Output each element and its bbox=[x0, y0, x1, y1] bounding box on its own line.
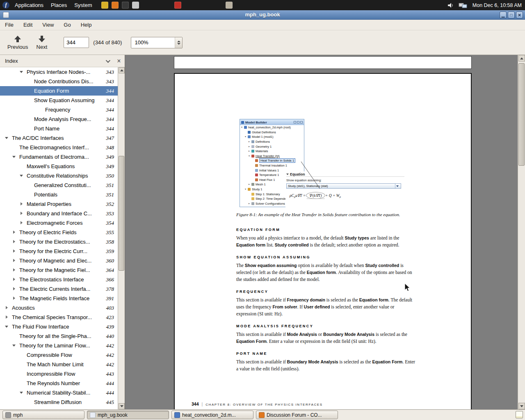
taskbar-button[interactable]: mph_ug.book bbox=[87, 411, 169, 419]
taskbar-button[interactable]: heat_convection_2d.m... bbox=[171, 411, 253, 419]
expander-collapsed-icon[interactable] bbox=[11, 249, 17, 254]
index-item[interactable]: Theory for all the Single-Pha...440 bbox=[0, 331, 118, 341]
index-item[interactable]: Numerical Stability-Stabil...444 bbox=[0, 388, 118, 397]
index-item[interactable]: The Chemical Species Transpor...423 bbox=[0, 313, 118, 322]
network-icon[interactable] bbox=[459, 2, 468, 9]
menu-help[interactable]: Help bbox=[76, 20, 97, 30]
index-item[interactable]: The Electric Currents Interfa...378 bbox=[0, 284, 118, 294]
expander-collapsed-icon[interactable] bbox=[11, 267, 17, 273]
menu-go[interactable]: Go bbox=[59, 20, 75, 30]
index-item[interactable]: Port Name344 bbox=[0, 124, 118, 133]
firefox-icon[interactable] bbox=[112, 2, 119, 9]
media-player-icon[interactable] bbox=[174, 2, 181, 9]
index-item[interactable]: Boundary and Interface C...353 bbox=[0, 209, 118, 218]
taskbar-button[interactable]: Discussion Forum - CO... bbox=[256, 411, 338, 419]
expander-expanded-icon[interactable] bbox=[19, 173, 24, 178]
index-item[interactable]: Acoustics403 bbox=[0, 303, 118, 313]
main-scrollbar-thumb[interactable] bbox=[518, 63, 525, 166]
expander-expanded-icon[interactable] bbox=[4, 324, 9, 329]
index-item[interactable]: Theory for the Magnetic Fiel...364 bbox=[0, 265, 118, 275]
clock[interactable]: Mon Dec 6, 10:58 AM bbox=[472, 2, 522, 8]
sidebar-scrollbar-thumb[interactable] bbox=[119, 156, 124, 271]
expander-expanded-icon[interactable] bbox=[11, 154, 17, 160]
keys-icon[interactable] bbox=[101, 2, 108, 9]
index-item[interactable]: Generalized Constituti...351 bbox=[0, 180, 118, 190]
sidebar-view-selector[interactable]: Index bbox=[0, 55, 113, 67]
panel-menu-system[interactable]: System bbox=[71, 0, 96, 10]
terminal-icon[interactable] bbox=[122, 2, 129, 9]
zoom-spinner-icon[interactable] bbox=[175, 37, 182, 48]
volume-icon[interactable] bbox=[447, 2, 454, 9]
index-item[interactable]: Electromagnetic Forces354 bbox=[0, 218, 118, 228]
index-item[interactable]: Incompressible Flow443 bbox=[0, 369, 118, 379]
expander-expanded-icon[interactable] bbox=[19, 69, 24, 75]
fedora-logo-icon[interactable] bbox=[2, 2, 9, 9]
index-item[interactable]: Node Contributions Dis...343 bbox=[0, 77, 118, 86]
expander-collapsed-icon[interactable] bbox=[19, 211, 24, 216]
expander-collapsed-icon[interactable] bbox=[19, 201, 24, 207]
index-item[interactable]: Physics Interface Nodes-...343 bbox=[0, 67, 118, 77]
next-page-button[interactable]: Next bbox=[32, 33, 52, 52]
index-item[interactable]: Compressible Flow442 bbox=[0, 350, 118, 360]
close-button[interactable] bbox=[516, 11, 523, 18]
expander-collapsed-icon[interactable] bbox=[19, 220, 24, 226]
sidebar-close-button[interactable] bbox=[113, 55, 125, 67]
index-item[interactable]: The AC/DC Interfaces347 bbox=[0, 133, 118, 143]
previous-page-button[interactable]: Previous bbox=[3, 33, 32, 52]
menu-view[interactable]: View bbox=[37, 20, 59, 30]
expander-expanded-icon[interactable] bbox=[11, 343, 17, 348]
index-item[interactable]: Fundamentals of Electroma...349 bbox=[0, 152, 118, 162]
footer-page-number: 344 bbox=[192, 402, 199, 406]
index-item[interactable]: Frequency344 bbox=[0, 105, 118, 114]
minimize-button[interactable] bbox=[500, 11, 507, 18]
menu-file[interactable]: File bbox=[0, 20, 18, 30]
window-titlebar[interactable]: mph_ug.book bbox=[0, 10, 525, 20]
index-item[interactable]: Potentials351 bbox=[0, 190, 118, 199]
index-item[interactable]: The Electromagnetics Interf...348 bbox=[0, 143, 118, 152]
scroll-down-icon[interactable] bbox=[119, 403, 125, 409]
index-item[interactable]: Theory for the Electrostatics...358 bbox=[0, 237, 118, 247]
index-item[interactable]: Mode Analysis Freque...344 bbox=[0, 114, 118, 124]
tree-item-label: Mesh 1 bbox=[256, 183, 266, 186]
expander-collapsed-icon[interactable] bbox=[4, 305, 9, 310]
index-item[interactable]: Equation Form344 bbox=[0, 86, 118, 96]
expander-collapsed-icon[interactable] bbox=[11, 230, 17, 235]
expander-expanded-icon[interactable] bbox=[19, 390, 24, 395]
index-item[interactable]: Theory for the Laminar Flow...442 bbox=[0, 341, 118, 350]
expander-collapsed-icon[interactable] bbox=[11, 296, 17, 301]
index-item[interactable]: Constitutive Relationships350 bbox=[0, 171, 118, 180]
page-number-input[interactable] bbox=[64, 37, 89, 48]
index-item[interactable]: Maxwell's Equations349 bbox=[0, 162, 118, 171]
index-item[interactable]: The Fluid Flow Interface439 bbox=[0, 322, 118, 331]
expander-collapsed-icon[interactable] bbox=[11, 277, 17, 282]
panel-menu-applications[interactable]: Applications bbox=[11, 0, 47, 10]
clock-applet-icon[interactable] bbox=[132, 2, 139, 9]
index-item[interactable]: The Magnetic Fields Interface391 bbox=[0, 294, 118, 303]
zoom-combobox[interactable]: 100% bbox=[131, 37, 183, 48]
index-item[interactable]: Theory of Magnetic and Elec...360 bbox=[0, 256, 118, 265]
menu-edit[interactable]: Edit bbox=[18, 20, 37, 30]
scroll-down-icon[interactable] bbox=[518, 403, 525, 409]
main-scrollbar[interactable] bbox=[518, 55, 525, 409]
expander-collapsed-icon[interactable] bbox=[11, 286, 17, 292]
maximize-button[interactable] bbox=[508, 11, 515, 18]
notes-tray-icon[interactable] bbox=[516, 411, 523, 418]
index-item[interactable]: Streamline Diffusion445 bbox=[0, 397, 118, 407]
index-item[interactable]: Theory for the Electric Curr...359 bbox=[0, 247, 118, 256]
index-item[interactable]: Theory of Electric Fields355 bbox=[0, 228, 118, 237]
scroll-up-icon[interactable] bbox=[119, 67, 125, 73]
index-item[interactable]: Show Equation Assuming344 bbox=[0, 96, 118, 105]
expander-collapsed-icon[interactable] bbox=[4, 315, 9, 320]
expander-collapsed-icon[interactable] bbox=[11, 258, 17, 263]
expander-expanded-icon[interactable] bbox=[4, 135, 9, 141]
index-item[interactable]: The Reynolds Number444 bbox=[0, 379, 118, 388]
expander-collapsed-icon[interactable] bbox=[11, 239, 17, 244]
taskbar-button[interactable]: mph bbox=[2, 411, 84, 419]
sidebar-scrollbar[interactable] bbox=[118, 67, 125, 409]
beverage-icon[interactable] bbox=[226, 2, 233, 9]
index-item[interactable]: The Mach Number Limit442 bbox=[0, 360, 118, 369]
index-item[interactable]: Material Properties352 bbox=[0, 199, 118, 209]
scroll-up-icon[interactable] bbox=[518, 55, 525, 62]
panel-menu-places[interactable]: Places bbox=[47, 0, 71, 10]
index-item[interactable]: The Electrostatics Interface366 bbox=[0, 275, 118, 284]
